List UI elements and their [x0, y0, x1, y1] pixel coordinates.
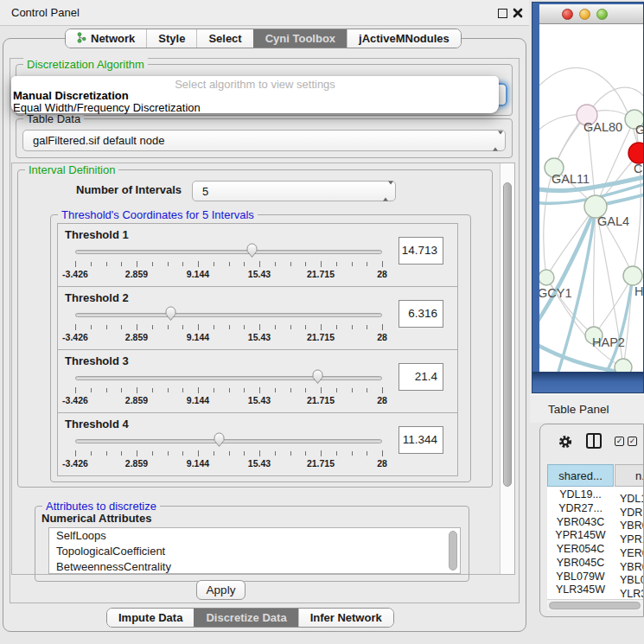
tab-discretize-data[interactable]: Discretize Data	[194, 609, 297, 627]
threshold-3-slider-thumb[interactable]	[311, 368, 324, 385]
tab-impute-data[interactable]: Impute Data	[107, 609, 194, 627]
slider-tick	[121, 325, 122, 329]
column-header-shared-name[interactable]: shared...	[547, 464, 614, 487]
cell-shared-name[interactable]: YDL19...	[547, 488, 614, 502]
cell-shared-name[interactable]: YBR045C	[547, 557, 614, 571]
threshold-2-slider-thumb[interactable]	[164, 305, 177, 322]
table-row[interactable]: YDL19...YDL1...	[547, 488, 644, 502]
slider-tick	[198, 261, 199, 267]
threshold-4-slider-track[interactable]	[75, 439, 382, 443]
slider-tick-label: 15.43	[248, 458, 271, 469]
slider-tick-label: 2.859	[125, 395, 148, 405]
tab-label: Infer Network	[310, 611, 382, 624]
tab-label: Impute Data	[118, 611, 182, 624]
cell-shared-name[interactable]: YBL079W	[547, 571, 614, 584]
table-data-combobox[interactable]: galFiltered.sif default node	[22, 130, 506, 151]
slider-tick	[198, 450, 199, 456]
threshold-2-slider-track[interactable]	[75, 313, 382, 317]
tab-cyni-toolbox[interactable]: Cyni Toolbox	[253, 29, 347, 48]
attribute-item-topologicalcoefficient[interactable]: TopologicalCoefficient	[49, 544, 460, 559]
slider-tick	[382, 450, 383, 456]
cell-shared-name[interactable]: YLR345W	[547, 583, 614, 597]
apply-button[interactable]: Apply	[196, 580, 245, 600]
cell-shared-name[interactable]: YDR27...	[547, 502, 614, 516]
column-header-name[interactable]: n...	[615, 464, 644, 487]
network-window-titlebar[interactable]	[539, 4, 644, 24]
checkbox-icon[interactable]: ✓	[615, 437, 624, 446]
zoom-traffic-light-icon[interactable]	[596, 9, 608, 20]
list-scrollbar-thumb[interactable]	[449, 531, 457, 571]
slider-tick	[214, 325, 214, 329]
minimize-traffic-light-icon[interactable]	[579, 9, 590, 20]
slider-tick	[182, 388, 183, 392]
tab-network[interactable]: Network	[66, 29, 146, 48]
slider-tick-label: 28	[377, 395, 387, 405]
node-label-gcy1: GCY1	[539, 286, 572, 300]
slider-tick	[91, 325, 92, 329]
slider-tick	[275, 325, 276, 329]
settings-scrollbar[interactable]	[500, 163, 514, 574]
threshold-3-slider-track[interactable]	[75, 376, 382, 380]
slider-tick	[352, 262, 353, 266]
network-node[interactable]	[623, 266, 642, 285]
threshold-1-slider-thumb[interactable]	[245, 242, 258, 258]
slider-tick	[152, 451, 153, 456]
algorithm-option-equal-width-frequency-discretization[interactable]: Equal Width/Frequency Discretization	[11, 102, 499, 114]
attribute-item-betweennesscentrality[interactable]: BetweennessCentrality	[49, 559, 460, 574]
algorithm-dropdown-popup: Select algorithm to view settings Manual…	[11, 76, 499, 113]
tab-select[interactable]: Select	[196, 29, 252, 48]
cell-shared-name[interactable]: YER054C	[547, 543, 614, 557]
table-row[interactable]: YDR27...YDR2...	[547, 502, 644, 516]
attribute-item-selfloops[interactable]: SelfLoops	[49, 528, 460, 544]
close-icon[interactable]	[512, 7, 524, 19]
node-label-cd: CD	[634, 162, 644, 175]
split-columns-icon[interactable]	[586, 433, 602, 449]
network-icon	[77, 32, 86, 46]
table-row[interactable]: YBR043CYBR0...	[547, 516, 644, 530]
table-row[interactable]: YBR045CYBR0...	[547, 557, 644, 571]
settings-scrollbar-thumb[interactable]	[503, 182, 512, 487]
number-of-intervals-combobox[interactable]: 5	[192, 181, 396, 201]
gear-icon[interactable]	[558, 434, 573, 453]
slider-tick	[259, 324, 260, 330]
slider-tick	[259, 450, 260, 456]
slider-tick	[382, 324, 383, 330]
table-horizontal-scrollbar-thumb[interactable]	[549, 602, 641, 609]
slider-tick	[168, 325, 169, 329]
float-window-icon[interactable]	[498, 9, 507, 18]
network-view-window[interactable]: GAL80GACDGAL11GAL4GCY1HAHAP2	[532, 2, 644, 393]
threshold-2-value-field[interactable]: 6.316	[399, 300, 443, 328]
network-node-selected[interactable]	[628, 143, 644, 163]
slider-tick	[137, 324, 137, 330]
tab-infer-network[interactable]: Infer Network	[298, 609, 393, 627]
threshold-1-value-field[interactable]: 14.713	[399, 237, 443, 265]
node-label-ha: HA	[634, 284, 644, 298]
network-node[interactable]	[539, 270, 554, 285]
threshold-3-value-field[interactable]: 21.4	[399, 363, 443, 391]
checkbox-icon[interactable]: ✓	[628, 437, 637, 446]
numerical-attributes-list[interactable]: SelfLoopsTopologicalCoefficientBetweenne…	[48, 527, 461, 574]
combo-arrows-icon	[383, 185, 389, 198]
threshold-4-slider-thumb[interactable]	[213, 431, 226, 448]
close-traffic-light-icon[interactable]	[562, 9, 573, 20]
slider-tick	[336, 325, 337, 329]
table-row[interactable]: YBL079WYBL0...	[547, 571, 644, 584]
tab-jactivemnodules[interactable]: jActiveMNodules	[347, 29, 461, 48]
table-row[interactable]: YPR145WYPR1...	[547, 529, 644, 543]
table-horizontal-scrollbar[interactable]	[547, 599, 644, 610]
threshold-1-slider-track[interactable]	[75, 250, 382, 254]
slider-tick	[290, 262, 291, 266]
slider-tick	[75, 261, 76, 267]
threshold-4-value-field[interactable]: 11.344	[399, 426, 443, 454]
cell-shared-name[interactable]: YBR043C	[547, 516, 614, 530]
algorithm-option-manual-discretization[interactable]: Manual Discretization	[11, 90, 499, 102]
slider-tick	[91, 451, 92, 456]
cell-shared-name[interactable]: YPR145W	[547, 529, 614, 543]
network-node[interactable]	[615, 359, 632, 373]
slider-tick	[290, 388, 291, 392]
tab-style[interactable]: Style	[146, 29, 196, 48]
network-canvas[interactable]: GAL80GACDGAL11GAL4GCY1HAHAP2	[539, 24, 644, 373]
table-row[interactable]: YLR345WYLR3...	[547, 583, 644, 597]
node-label-hap2: HAP2	[592, 335, 625, 349]
table-row[interactable]: YER054CYER0...	[547, 543, 644, 557]
